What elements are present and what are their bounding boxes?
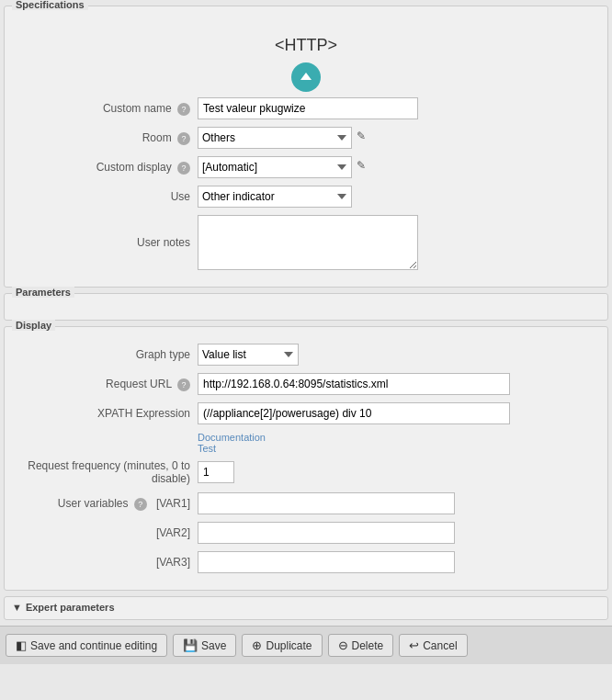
var1-row: User variables ? [VAR1]: [14, 492, 598, 514]
delete-button[interactable]: ⊖ Delete: [328, 634, 394, 657]
save-continue-icon: ◧: [16, 638, 27, 652]
custom-display-select[interactable]: [Automatic] Custom 1: [198, 156, 352, 178]
var3-label: [VAR3]: [14, 556, 198, 569]
doc-links: Documentation Test: [198, 432, 598, 454]
up-arrow-button[interactable]: [291, 62, 321, 92]
custom-display-row: Custom display ? [Automatic] Custom 1 ✎: [14, 156, 598, 178]
request-url-input[interactable]: [198, 373, 510, 395]
http-title: <HTTP>: [14, 36, 598, 55]
cancel-button[interactable]: ↩ Cancel: [399, 634, 467, 657]
graph-type-select[interactable]: Value list Bar chart Line chart: [198, 344, 299, 366]
save-button[interactable]: 💾 Save: [173, 634, 236, 657]
expert-parameters-section: ▼ Expert parameters: [4, 596, 608, 620]
save-continue-button[interactable]: ◧ Save and continue editing: [6, 634, 167, 657]
display-section: Display Graph type Value list Bar chart …: [4, 326, 608, 591]
use-row: Use Other indicator Temperature Humidity: [14, 186, 598, 208]
custom-name-input[interactable]: [198, 97, 418, 119]
bottom-toolbar: ◧ Save and continue editing 💾 Save ⊕ Dup…: [0, 626, 612, 664]
custom-name-help-icon[interactable]: ?: [177, 103, 190, 116]
room-edit-icon[interactable]: ✎: [357, 130, 373, 146]
parameters-section: Parameters: [4, 293, 608, 321]
room-help-icon[interactable]: ?: [177, 132, 190, 145]
xpath-row: XPATH Expression: [14, 402, 598, 424]
expert-collapse-icon: ▼: [12, 602, 22, 613]
room-select[interactable]: Others Room 1 Room 2: [198, 127, 352, 149]
user-notes-label: User notes: [14, 236, 198, 249]
expert-parameters-title: Expert parameters: [26, 602, 115, 613]
request-url-label: Request URL ?: [14, 378, 198, 391]
var1-input[interactable]: [198, 492, 455, 514]
room-label: Room ?: [14, 131, 198, 145]
xpath-label: XPATH Expression: [14, 407, 198, 420]
use-label: Use: [14, 190, 198, 203]
request-url-row: Request URL ?: [14, 373, 598, 395]
custom-display-help-icon[interactable]: ?: [177, 162, 190, 175]
parameters-title: Parameters: [12, 287, 74, 298]
cancel-icon: ↩: [409, 638, 419, 652]
duplicate-button[interactable]: ⊕ Duplicate: [242, 634, 322, 657]
request-frequency-input[interactable]: [198, 461, 234, 483]
request-frequency-label: Request frequency (minutes, 0 to disable…: [14, 459, 198, 485]
user-variables-help-icon[interactable]: ?: [134, 498, 147, 511]
display-title: Display: [12, 320, 55, 331]
specifications-section: Specifications <HTTP> Custom name ? Room…: [4, 6, 608, 288]
var3-row: [VAR3]: [14, 551, 598, 573]
xpath-input[interactable]: [198, 402, 510, 424]
user-notes-textarea[interactable]: [198, 215, 418, 270]
test-link[interactable]: Test: [198, 443, 216, 454]
var2-row: [VAR2]: [14, 522, 598, 544]
user-variables-label: User variables ? [VAR1]: [14, 497, 198, 511]
room-row: Room ? Others Room 1 Room 2 ✎: [14, 127, 598, 149]
var2-label: [VAR2]: [14, 526, 198, 539]
user-notes-row: User notes: [14, 215, 598, 270]
delete-icon: ⊖: [338, 638, 348, 652]
http-header: <HTTP>: [14, 23, 598, 97]
duplicate-icon: ⊕: [252, 638, 262, 652]
custom-display-edit-icon[interactable]: ✎: [357, 159, 373, 175]
graph-type-row: Graph type Value list Bar chart Line cha…: [14, 344, 598, 366]
use-select[interactable]: Other indicator Temperature Humidity: [198, 186, 352, 208]
var3-input[interactable]: [198, 551, 455, 573]
request-frequency-row: Request frequency (minutes, 0 to disable…: [14, 459, 598, 485]
specifications-title: Specifications: [12, 0, 88, 10]
request-url-help-icon[interactable]: ?: [177, 378, 190, 391]
documentation-link[interactable]: Documentation: [198, 432, 266, 443]
var2-input[interactable]: [198, 522, 455, 544]
expert-parameters-toggle[interactable]: ▼ Expert parameters: [5, 597, 607, 617]
save-floppy-icon: 💾: [183, 638, 198, 652]
custom-name-row: Custom name ?: [14, 97, 598, 119]
custom-display-label: Custom display ?: [14, 161, 198, 175]
graph-type-label: Graph type: [14, 348, 198, 361]
custom-name-label: Custom name ?: [14, 102, 198, 116]
